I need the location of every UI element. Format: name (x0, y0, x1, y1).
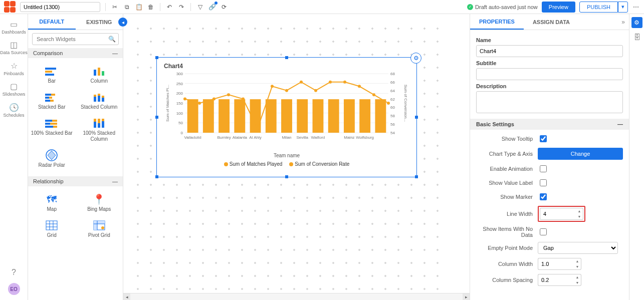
description-input[interactable] (476, 91, 623, 113)
svg-text:Burnley: Burnley (218, 135, 231, 140)
spin-down-icon[interactable]: ▼ (574, 264, 581, 269)
svg-rect-77 (375, 99, 386, 133)
filter-icon[interactable]: ▽ (196, 3, 204, 11)
preview-button[interactable]: Preview (542, 2, 575, 13)
svg-point-84 (271, 85, 274, 88)
database-icon[interactable]: 🗄 (633, 33, 640, 41)
design-canvas-wrap: ⚙ Chart4 0501001502002503005456586062646… (123, 14, 470, 300)
spin-down-icon[interactable]: ▼ (576, 214, 583, 219)
tab-assign-data[interactable]: ASSIGN DATA (524, 15, 579, 29)
show-tooltip-checkbox[interactable] (540, 135, 547, 142)
label-show-no-data: Show Items With No Data (476, 226, 533, 238)
more-icon[interactable]: ⋯ (632, 3, 640, 11)
widget-pivot-grid[interactable]: Pivot Grid (76, 216, 123, 242)
widget-100-stacked-column[interactable]: 100% Stacked Column (76, 114, 123, 146)
section-comparison[interactable]: Comparison— (28, 48, 123, 58)
label-chart-type: Chart Type & Axis (476, 151, 533, 157)
widget-settings-icon[interactable]: ⚙ (410, 53, 421, 64)
collapse-sidebar-icon[interactable]: ◂ (118, 18, 127, 27)
delete-icon[interactable]: 🗑 (147, 3, 155, 11)
spin-up-icon[interactable]: ▲ (574, 258, 581, 264)
publish-button[interactable]: PUBLISH (579, 2, 618, 13)
line-width-input[interactable] (540, 208, 576, 220)
nav-dashboards[interactable]: ▭Dashboards (2, 20, 26, 35)
widget-radar-polar[interactable]: Radar Polar (28, 146, 76, 172)
empty-point-mode-select[interactable]: Gap (538, 242, 618, 254)
svg-rect-68 (234, 99, 245, 133)
svg-point-92 (387, 102, 390, 105)
svg-text:Mainz: Mainz (344, 135, 354, 140)
svg-text:Al Ahly: Al Ahly (249, 135, 261, 140)
nav-data-sources[interactable]: ◫Data Sources (0, 41, 28, 55)
svg-rect-0 (45, 68, 56, 70)
help-icon[interactable]: ? (12, 268, 16, 277)
widget-bar[interactable]: Bar (28, 62, 76, 88)
svg-rect-71 (281, 99, 292, 133)
nav-schedules[interactable]: 🕓Schedules (3, 103, 24, 118)
scroll-left-icon[interactable]: ◂ (123, 293, 130, 301)
spin-down-icon[interactable]: ▼ (574, 280, 581, 285)
svg-text:Sum of Conversion...: Sum of Conversion... (403, 85, 408, 122)
publish-dropdown[interactable]: ▾ (618, 2, 628, 13)
section-relationship[interactable]: Relationship— (28, 176, 123, 186)
link-icon[interactable]: 🔗 (208, 3, 216, 11)
spin-up-icon[interactable]: ▲ (576, 208, 583, 214)
svg-rect-10 (45, 100, 50, 102)
svg-rect-3 (94, 70, 96, 76)
widget-stacked-column[interactable]: Stacked Column (76, 88, 123, 114)
left-nav-rail: ▭Dashboards ◫Data Sources ☆Pinboards ▢Sl… (0, 14, 28, 300)
widget-100-stacked-bar[interactable]: 100% Stacked Bar (28, 114, 76, 146)
scroll-right-icon[interactable]: ▸ (463, 293, 470, 301)
app-logo (4, 1, 16, 13)
show-no-data-checkbox[interactable] (540, 228, 547, 235)
widget-map[interactable]: 🗺Map (28, 190, 76, 216)
gear-icon[interactable]: ⚙ (631, 17, 642, 28)
show-marker-checkbox[interactable] (540, 193, 547, 200)
widget-column[interactable]: Column (76, 62, 123, 88)
right-rail: ⚙ 🗄 (629, 14, 644, 300)
tab-properties[interactable]: PROPERTIES (470, 15, 524, 30)
widget-bing-maps[interactable]: 📍Bing Maps (76, 190, 123, 216)
undo-icon[interactable]: ↶ (165, 3, 173, 11)
chart-widget[interactable]: ⚙ Chart4 0501001502002503005456586062646… (156, 57, 417, 177)
column-width-input[interactable] (538, 258, 574, 270)
svg-point-88 (329, 81, 332, 84)
label-show-tooltip: Show Tooltip (476, 136, 533, 142)
tab-default[interactable]: DEFAULT (28, 15, 76, 30)
redo-icon[interactable]: ↷ (177, 3, 185, 11)
show-value-label-checkbox[interactable] (540, 179, 547, 186)
svg-text:200: 200 (176, 91, 183, 96)
search-widgets-input[interactable] (32, 33, 119, 45)
widget-grid[interactable]: Grid (28, 216, 76, 242)
nav-pinboards[interactable]: ☆Pinboards (4, 62, 24, 76)
horizontal-scrollbar[interactable]: ◂ ▸ (123, 293, 470, 300)
svg-rect-75 (344, 99, 355, 133)
cut-icon[interactable]: ✂ (111, 3, 119, 11)
expand-panel-icon[interactable]: » (617, 19, 629, 26)
tab-existing[interactable]: EXISTING (76, 15, 123, 29)
design-canvas[interactable]: ⚙ Chart4 0501001502002503005456586062646… (123, 14, 470, 300)
dashboard-title-input[interactable] (20, 2, 100, 12)
section-basic-settings[interactable]: Basic Settings— (470, 119, 629, 130)
nav-slideshows[interactable]: ▢Slideshows (3, 82, 26, 97)
enable-animation-checkbox[interactable] (540, 165, 547, 172)
widget-stacked-bar[interactable]: Stacked Bar (28, 88, 76, 114)
svg-rect-15 (98, 94, 100, 96)
paste-icon[interactable]: 📋 (135, 3, 143, 11)
subtitle-input[interactable] (476, 68, 623, 80)
column-spacing-input[interactable] (538, 274, 574, 286)
refresh-icon[interactable]: ⟳ (220, 3, 228, 11)
name-input[interactable] (476, 45, 623, 57)
label-show-value: Show Value Label (476, 180, 533, 186)
svg-text:68: 68 (390, 72, 395, 76)
svg-rect-13 (94, 95, 96, 97)
pinboards-icon: ☆ (11, 62, 18, 71)
minus-icon: — (617, 121, 623, 127)
user-avatar[interactable]: EO (8, 283, 20, 295)
dashboards-icon: ▭ (10, 20, 18, 29)
label-column-spacing: Column Spacing (476, 277, 533, 283)
svg-rect-9 (49, 97, 52, 99)
change-chart-type-button[interactable]: Change (538, 148, 623, 160)
spin-up-icon[interactable]: ▲ (574, 274, 581, 280)
copy-icon[interactable]: ⧉ (123, 3, 131, 11)
